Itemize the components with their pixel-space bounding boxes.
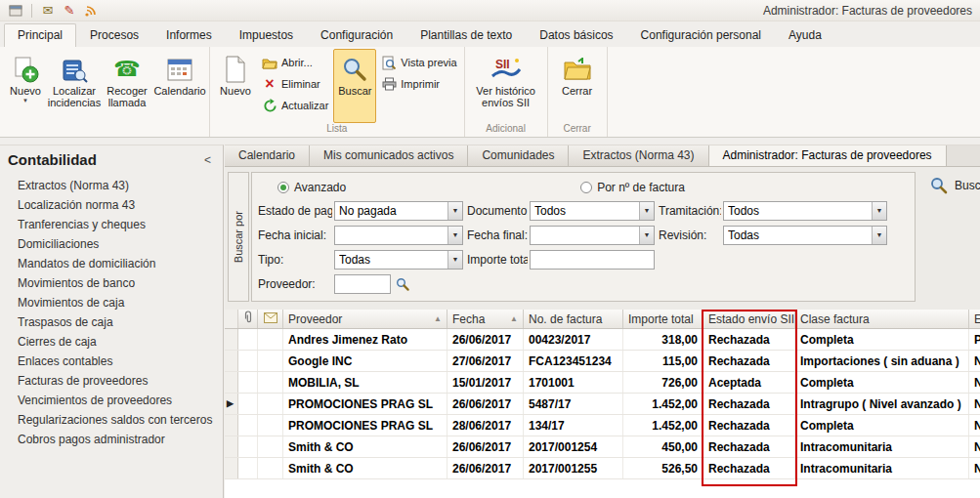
fecha-final-combo[interactable]: ▼ xyxy=(530,226,655,245)
document-tab[interactable]: Administrador: Facturas de proveedores xyxy=(709,145,947,166)
menu-tab[interactable]: Configuración personal xyxy=(627,23,775,47)
tipo-input[interactable] xyxy=(335,251,447,269)
cell-clase: Importaciones ( sin aduana ) xyxy=(795,351,969,371)
radio-avanzado[interactable]: Avanzado xyxy=(277,181,346,194)
estado-pago-combo[interactable]: ▼ xyxy=(334,201,463,221)
cerrar-button[interactable]: Cerrar xyxy=(552,49,603,123)
sidebar-item[interactable]: Extractos (Norma 43) xyxy=(0,176,223,195)
sidebar-item[interactable]: Vencimientos de proveedores xyxy=(0,391,223,410)
eliminar-button[interactable]: × Eliminar xyxy=(259,75,331,93)
documento-combo[interactable]: ▼ xyxy=(530,201,655,221)
document-tab[interactable]: Extractos (Norma 43) xyxy=(569,145,708,166)
sidebar-item[interactable]: Mandatos de domiciliación xyxy=(0,254,223,273)
app-icon[interactable] xyxy=(8,3,23,19)
sidebar-item[interactable]: Localización norma 43 xyxy=(0,195,223,215)
mail-column-header[interactable] xyxy=(258,310,283,328)
fecha-inicial-combo[interactable]: ▼ xyxy=(334,226,463,245)
column-header-cut[interactable]: E xyxy=(969,310,980,328)
ver-historico-sii-button[interactable]: SII Ver histórico envíos SII xyxy=(469,49,543,123)
menu-tab[interactable]: Informes xyxy=(152,23,226,47)
column-header-cut-label: E xyxy=(974,312,980,326)
importe-total-field[interactable] xyxy=(530,250,655,270)
revision-input[interactable] xyxy=(724,227,872,244)
fecha-inicial-input[interactable] xyxy=(335,227,447,244)
estado-pago-dropdown-icon[interactable]: ▼ xyxy=(447,202,462,220)
fecha-final-dropdown-icon[interactable]: ▼ xyxy=(639,227,654,244)
buscar-button[interactable]: Buscar xyxy=(333,49,376,123)
mail-icon[interactable]: ✉ xyxy=(40,3,56,19)
sidebar-item[interactable]: Enlaces contables xyxy=(0,352,223,371)
proveedor-field[interactable] xyxy=(334,274,391,294)
revision-combo[interactable]: ▼ xyxy=(723,226,887,245)
search-icon xyxy=(342,54,367,85)
fecha-final-input[interactable] xyxy=(531,227,639,244)
sidebar-item[interactable]: Regularizaciones saldos con terceros xyxy=(0,410,223,430)
sidebar-item[interactable]: Movimientos de banco xyxy=(0,273,223,293)
menu-tab[interactable]: Datos básicos xyxy=(526,23,626,47)
attachment-cell xyxy=(238,436,258,457)
table-row[interactable]: ▶ PROMOCIONES PRAG SL 26/06/2017 5487/17… xyxy=(225,394,980,415)
menu-tab[interactable]: Plantillas de texto xyxy=(406,23,526,47)
sidebar-item[interactable]: Facturas de proveedores xyxy=(0,371,223,391)
menu-tab[interactable]: Principal xyxy=(4,23,76,47)
proveedor-lookup-button[interactable] xyxy=(394,275,411,293)
tramitacion-dropdown-icon[interactable]: ▼ xyxy=(872,202,886,220)
radio-por-numero-dot[interactable] xyxy=(580,182,592,193)
documento-input[interactable] xyxy=(531,202,639,220)
column-header-estado-sii[interactable]: Estado envío SII xyxy=(703,310,795,328)
estado-pago-input[interactable] xyxy=(335,202,447,220)
imprimir-button[interactable]: Imprimir xyxy=(378,75,459,93)
vista-previa-button[interactable]: Vista previa xyxy=(378,54,459,71)
menu-tab[interactable]: Impuestos xyxy=(226,23,307,47)
sidebar-item[interactable]: Domiciliaciones xyxy=(0,234,223,254)
localizar-incidencias-button[interactable]: Localizar incidencias xyxy=(49,49,100,123)
tramitacion-input[interactable] xyxy=(724,202,872,220)
sidebar-item[interactable]: Traspasos de caja xyxy=(0,312,223,332)
column-header-clase[interactable]: Clase factura xyxy=(795,310,969,328)
documento-dropdown-icon[interactable]: ▼ xyxy=(639,202,654,220)
cell-cut: N xyxy=(969,351,980,371)
column-header-fecha[interactable]: Fecha ▲ xyxy=(447,310,524,328)
column-header-proveedor[interactable]: Proveedor ▲ xyxy=(283,310,447,328)
importe-total-input[interactable] xyxy=(531,251,654,269)
tramitacion-combo[interactable]: ▼ xyxy=(723,201,887,221)
collapse-sidebar-icon[interactable]: < xyxy=(204,153,211,167)
menu-tab[interactable]: Ayuda xyxy=(775,23,835,47)
sidebar-item[interactable]: Cobros pagos administrador xyxy=(0,430,223,449)
fecha-inicial-dropdown-icon[interactable]: ▼ xyxy=(447,227,462,244)
column-header-importe[interactable]: Importe total xyxy=(623,310,703,328)
row-indicator-cell: ▶ xyxy=(225,372,238,393)
proveedor-input[interactable] xyxy=(335,275,390,293)
document-tab[interactable]: Mis comunicados activos xyxy=(310,145,468,166)
calendario-button[interactable]: Calendario xyxy=(154,49,205,123)
document-tab[interactable]: Comunidades xyxy=(468,145,569,166)
column-header-factura[interactable]: No. de factura xyxy=(524,310,623,328)
sidebar-item[interactable]: Tranferencias y cheques xyxy=(0,215,223,234)
recoger-llamada-button[interactable]: ☎ Recoger llamada xyxy=(102,49,152,123)
radio-por-numero[interactable]: Por nº de factura xyxy=(580,181,685,194)
buscar-action-button[interactable]: Buscar xyxy=(930,177,980,194)
sidebar-item[interactable]: Cierres de caja xyxy=(0,332,223,352)
table-row[interactable]: ▶ Andres Jimenez Rato 26/06/2017 00423/2… xyxy=(225,329,980,351)
vista-previa-label: Vista previa xyxy=(401,57,456,68)
revision-dropdown-icon[interactable]: ▼ xyxy=(872,227,886,244)
attachment-column-header[interactable] xyxy=(238,310,258,328)
abrir-button[interactable]: Abrir... xyxy=(259,54,331,71)
table-row[interactable]: ▶ Smith & CO 26/06/2017 2017/001255 526,… xyxy=(225,458,980,479)
nuevo-button[interactable]: Nuevo ▼ xyxy=(4,49,47,123)
table-row[interactable]: ▶ Smith & CO 26/06/2017 2017/001254 450,… xyxy=(225,436,980,458)
nuevo-doc-button[interactable]: Nuevo xyxy=(214,49,257,123)
table-row[interactable]: ▶ Google INC 27/06/2017 FCA123451234 115… xyxy=(225,351,980,372)
notes-icon[interactable]: ✎ xyxy=(62,3,77,19)
tipo-dropdown-icon[interactable]: ▼ xyxy=(447,251,462,269)
menu-tab[interactable]: Configuración xyxy=(307,23,406,47)
table-row[interactable]: ▶ MOBILIA, SL 15/01/2017 1701001 726,00 … xyxy=(225,372,980,394)
tipo-combo[interactable]: ▼ xyxy=(334,250,463,270)
table-row[interactable]: ▶ PROMOCIONES PRAG SL 28/06/2017 134/17 … xyxy=(225,415,980,436)
document-tab[interactable]: Calendario xyxy=(225,145,310,166)
feed-icon[interactable] xyxy=(83,3,99,19)
radio-avanzado-dot[interactable] xyxy=(277,182,289,193)
actualizar-button[interactable]: Actualizar xyxy=(259,97,331,114)
menu-tab[interactable]: Procesos xyxy=(76,23,152,47)
sidebar-item[interactable]: Movimientos de caja xyxy=(0,293,223,312)
